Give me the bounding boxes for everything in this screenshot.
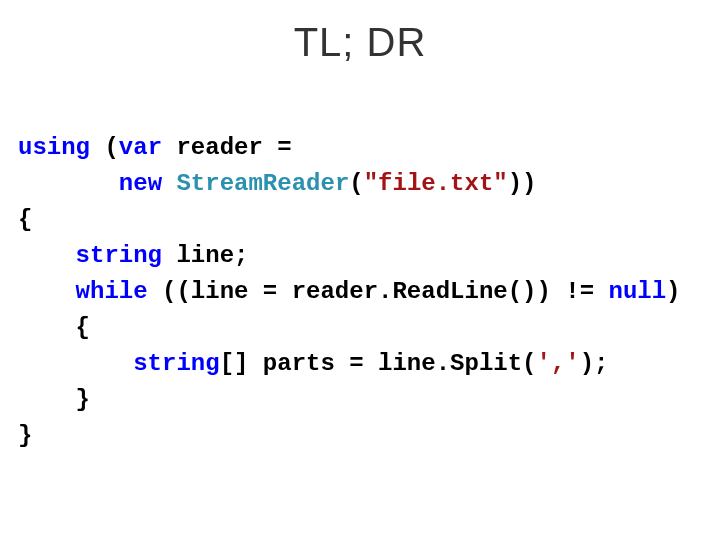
kw-string-arr: string	[133, 350, 219, 377]
kw-null: null	[609, 278, 667, 305]
kw-using: using	[18, 134, 90, 161]
paren-close2: ))	[508, 170, 537, 197]
kw-while: while	[76, 278, 148, 305]
stmt-end: );	[580, 350, 609, 377]
paren-close1: )	[666, 278, 680, 305]
while-cond: ((line = reader.ReadLine()) !=	[148, 278, 609, 305]
type-streamreader: StreamReader	[176, 170, 349, 197]
brace-open-2: {	[76, 314, 90, 341]
arr-decl: [] parts = line.Split(	[220, 350, 537, 377]
kw-new: new	[119, 170, 162, 197]
paren-open: (	[349, 170, 363, 197]
kw-var: var	[119, 134, 162, 161]
decl-line: line;	[162, 242, 248, 269]
code-block: using (var reader = new StreamReader("fi…	[18, 130, 681, 454]
kw-string: string	[76, 242, 162, 269]
str-file: "file.txt"	[364, 170, 508, 197]
ident-reader: reader	[176, 134, 262, 161]
char-comma: ','	[537, 350, 580, 377]
slide-title: TL; DR	[0, 0, 720, 65]
brace-close: }	[18, 422, 32, 449]
brace-close-2: }	[76, 386, 90, 413]
eq: =	[263, 134, 292, 161]
brace-open: {	[18, 206, 32, 233]
slide: TL; DR using (var reader = new StreamRea…	[0, 0, 720, 540]
